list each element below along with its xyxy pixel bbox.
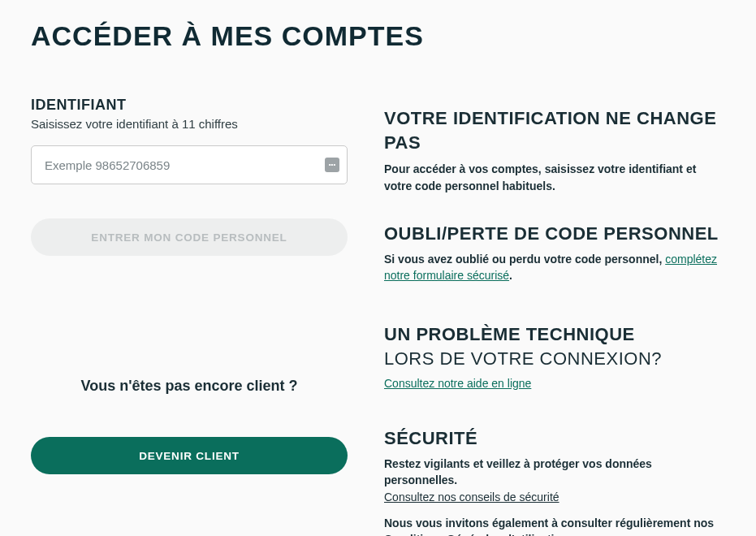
identification-section: VOTRE IDENTIFICATION NE CHANGE PAS Pour … <box>384 106 725 194</box>
forgot-text: Si vous avez oublié ou perdu votre code … <box>384 251 725 284</box>
security-warning: Restez vigilants et veillez à protéger v… <box>384 456 725 489</box>
enter-code-button[interactable]: ENTRER MON CODE PERSONNEL <box>31 218 348 256</box>
main-container: IDENTIFIANT Saisissez votre identifiant … <box>31 97 725 536</box>
security-section: SÉCURITÉ Restez vigilants et veillez à p… <box>384 426 725 536</box>
page-title: ACCÉDER À MES COMPTES <box>31 20 725 52</box>
identification-text: Pour accéder à vos comptes, saisissez vo… <box>384 161 725 194</box>
forgot-prefix: Si vous avez oublié ou perdu votre code … <box>384 253 665 266</box>
identification-title: VOTRE IDENTIFICATION NE CHANGE PAS <box>384 106 725 154</box>
forgot-suffix: . <box>509 269 512 282</box>
problem-title: UN PROBLÈME TECHNIQUE <box>384 322 725 347</box>
not-client-question: Vous n'êtes pas encore client ? <box>31 378 348 395</box>
login-column: IDENTIFIANT Saisissez votre identifiant … <box>31 97 348 536</box>
identifier-label: IDENTIFIANT <box>31 97 348 114</box>
terms-text: Nous vous invitons également à consulter… <box>384 515 725 536</box>
help-link[interactable]: Consultez notre aide en ligne <box>384 374 531 392</box>
keypad-icon[interactable] <box>325 158 339 172</box>
security-title: SÉCURITÉ <box>384 426 725 451</box>
problem-subtitle: LORS DE VOTRE CONNEXION? <box>384 347 725 371</box>
identifier-input-wrapper <box>31 145 348 184</box>
info-column: VOTRE IDENTIFICATION NE CHANGE PAS Pour … <box>384 97 725 536</box>
identifier-input[interactable] <box>31 145 348 184</box>
identifier-hint: Saisissez votre identifiant à 11 chiffre… <box>31 117 348 131</box>
forgot-title: OUBLI/PERTE DE CODE PERSONNEL <box>384 222 725 246</box>
become-client-button[interactable]: DEVENIR CLIENT <box>31 437 348 474</box>
problem-section: UN PROBLÈME TECHNIQUE LORS DE VOTRE CONN… <box>384 322 725 392</box>
security-tips-link[interactable]: Consultez nos conseils de sécurité <box>384 488 559 506</box>
forgot-section: OUBLI/PERTE DE CODE PERSONNEL Si vous av… <box>384 222 725 283</box>
